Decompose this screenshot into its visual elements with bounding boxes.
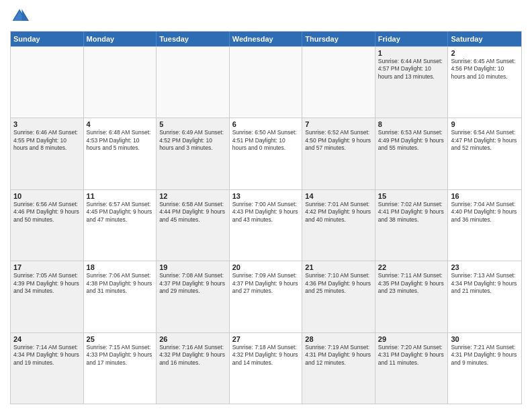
day-info: Sunrise: 7:13 AM Sunset: 4:34 PM Dayligh… [451,272,519,295]
cal-cell [302,47,375,118]
svg-marker-2 [22,9,30,21]
day-number: 15 [378,192,445,200]
cal-cell: 27Sunrise: 7:18 AM Sunset: 4:32 PM Dayli… [230,333,303,404]
day-info: Sunrise: 6:57 AM Sunset: 4:45 PM Dayligh… [87,201,154,224]
cal-cell [230,47,303,118]
day-info: Sunrise: 6:56 AM Sunset: 4:46 PM Dayligh… [13,201,81,224]
cal-row: 10Sunrise: 6:56 AM Sunset: 4:46 PM Dayli… [11,189,521,261]
cal-cell [11,47,84,118]
cal-row: 24Sunrise: 7:14 AM Sunset: 4:34 PM Dayli… [11,332,521,404]
day-number: 14 [305,192,372,200]
day-info: Sunrise: 7:02 AM Sunset: 4:41 PM Dayligh… [378,201,445,224]
cal-cell: 15Sunrise: 7:02 AM Sunset: 4:41 PM Dayli… [375,190,449,261]
day-info: Sunrise: 6:54 AM Sunset: 4:47 PM Dayligh… [451,129,519,152]
cal-cell [157,47,230,118]
day-number: 5 [159,120,226,128]
day-info: Sunrise: 7:11 AM Sunset: 4:35 PM Dayligh… [378,272,445,295]
cal-cell: 28Sunrise: 7:19 AM Sunset: 4:31 PM Dayli… [302,333,375,404]
cal-row: 17Sunrise: 7:05 AM Sunset: 4:39 PM Dayli… [11,261,521,332]
cal-header-cell: Wednesday [230,32,303,46]
day-number: 22 [378,263,445,271]
day-info: Sunrise: 7:06 AM Sunset: 4:38 PM Dayligh… [87,272,154,295]
day-info: Sunrise: 7:08 AM Sunset: 4:37 PM Dayligh… [159,272,226,295]
cal-header-cell: Tuesday [157,32,230,46]
day-number: 28 [305,335,372,343]
cal-cell: 7Sunrise: 6:52 AM Sunset: 4:50 PM Daylig… [302,118,375,189]
day-info: Sunrise: 6:46 AM Sunset: 4:55 PM Dayligh… [13,129,81,152]
day-number: 24 [13,335,81,343]
cal-cell: 22Sunrise: 7:11 AM Sunset: 4:35 PM Dayli… [375,261,449,332]
cal-cell: 23Sunrise: 7:13 AM Sunset: 4:34 PM Dayli… [448,261,521,332]
day-number: 26 [159,335,226,343]
day-info: Sunrise: 7:05 AM Sunset: 4:39 PM Dayligh… [13,272,81,295]
calendar-header: SundayMondayTuesdayWednesdayThursdayFrid… [11,32,521,46]
day-number: 16 [451,192,519,200]
day-number: 29 [378,335,445,343]
day-info: Sunrise: 6:48 AM Sunset: 4:53 PM Dayligh… [87,129,154,152]
logo-icon [10,7,29,26]
cal-cell: 18Sunrise: 7:06 AM Sunset: 4:38 PM Dayli… [84,261,157,332]
day-info: Sunrise: 6:49 AM Sunset: 4:52 PM Dayligh… [159,129,226,152]
cal-cell: 12Sunrise: 6:58 AM Sunset: 4:44 PM Dayli… [157,190,230,261]
cal-cell: 10Sunrise: 6:56 AM Sunset: 4:46 PM Dayli… [11,190,84,261]
cal-cell: 9Sunrise: 6:54 AM Sunset: 4:47 PM Daylig… [448,118,521,189]
cal-header-cell: Thursday [302,32,375,46]
logo [10,7,32,26]
cal-cell: 8Sunrise: 6:53 AM Sunset: 4:49 PM Daylig… [375,118,449,189]
day-info: Sunrise: 6:52 AM Sunset: 4:50 PM Dayligh… [305,129,372,152]
day-info: Sunrise: 7:04 AM Sunset: 4:40 PM Dayligh… [451,201,519,224]
cal-cell: 17Sunrise: 7:05 AM Sunset: 4:39 PM Dayli… [11,261,84,332]
day-number: 20 [232,263,300,271]
day-number: 25 [87,335,154,343]
cal-row: 3Sunrise: 6:46 AM Sunset: 4:55 PM Daylig… [11,118,521,189]
day-number: 18 [87,263,154,271]
cal-cell: 21Sunrise: 7:10 AM Sunset: 4:36 PM Dayli… [302,261,375,332]
header [10,7,522,26]
cal-header-cell: Monday [84,32,157,46]
day-info: Sunrise: 7:19 AM Sunset: 4:31 PM Dayligh… [305,344,372,367]
day-info: Sunrise: 7:10 AM Sunset: 4:36 PM Dayligh… [305,272,372,295]
day-number: 12 [159,192,226,200]
cal-cell: 4Sunrise: 6:48 AM Sunset: 4:53 PM Daylig… [84,118,157,189]
day-info: Sunrise: 6:53 AM Sunset: 4:49 PM Dayligh… [378,129,445,152]
day-number: 4 [87,120,154,128]
cal-cell: 30Sunrise: 7:21 AM Sunset: 4:31 PM Dayli… [448,333,521,404]
day-number: 27 [232,335,300,343]
day-info: Sunrise: 7:00 AM Sunset: 4:43 PM Dayligh… [232,201,300,224]
day-number: 7 [305,120,372,128]
day-info: Sunrise: 7:18 AM Sunset: 4:32 PM Dayligh… [232,344,300,367]
day-number: 3 [13,120,81,128]
cal-cell: 24Sunrise: 7:14 AM Sunset: 4:34 PM Dayli… [11,333,84,404]
day-info: Sunrise: 7:09 AM Sunset: 4:37 PM Dayligh… [232,272,300,295]
day-number: 6 [232,120,300,128]
day-info: Sunrise: 7:20 AM Sunset: 4:31 PM Dayligh… [378,344,445,367]
cal-row: 1Sunrise: 6:44 AM Sunset: 4:57 PM Daylig… [11,46,521,118]
cal-cell: 1Sunrise: 6:44 AM Sunset: 4:57 PM Daylig… [375,47,449,118]
cal-cell: 11Sunrise: 6:57 AM Sunset: 4:45 PM Dayli… [84,190,157,261]
day-number: 30 [451,335,519,343]
day-info: Sunrise: 7:21 AM Sunset: 4:31 PM Dayligh… [451,344,519,367]
cal-header-cell: Friday [375,32,449,46]
day-info: Sunrise: 6:58 AM Sunset: 4:44 PM Dayligh… [159,201,226,224]
cal-cell: 14Sunrise: 7:01 AM Sunset: 4:42 PM Dayli… [302,190,375,261]
cal-cell: 2Sunrise: 6:45 AM Sunset: 4:56 PM Daylig… [448,47,521,118]
day-info: Sunrise: 7:15 AM Sunset: 4:33 PM Dayligh… [87,344,154,367]
cal-cell: 20Sunrise: 7:09 AM Sunset: 4:37 PM Dayli… [230,261,303,332]
day-number: 17 [13,263,81,271]
day-number: 11 [87,192,154,200]
day-number: 9 [451,120,519,128]
day-number: 10 [13,192,81,200]
day-number: 21 [305,263,372,271]
day-info: Sunrise: 7:14 AM Sunset: 4:34 PM Dayligh… [13,344,81,367]
day-number: 23 [451,263,519,271]
cal-cell: 6Sunrise: 6:50 AM Sunset: 4:51 PM Daylig… [230,118,303,189]
calendar-body: 1Sunrise: 6:44 AM Sunset: 4:57 PM Daylig… [11,46,521,404]
calendar: SundayMondayTuesdayWednesdayThursdayFrid… [10,31,522,404]
day-info: Sunrise: 7:16 AM Sunset: 4:32 PM Dayligh… [159,344,226,367]
cal-cell: 25Sunrise: 7:15 AM Sunset: 4:33 PM Dayli… [84,333,157,404]
cal-cell: 16Sunrise: 7:04 AM Sunset: 4:40 PM Dayli… [448,190,521,261]
page: SundayMondayTuesdayWednesdayThursdayFrid… [0,0,532,411]
day-number: 8 [378,120,445,128]
cal-header-cell: Saturday [448,32,521,46]
day-info: Sunrise: 6:50 AM Sunset: 4:51 PM Dayligh… [232,129,300,152]
